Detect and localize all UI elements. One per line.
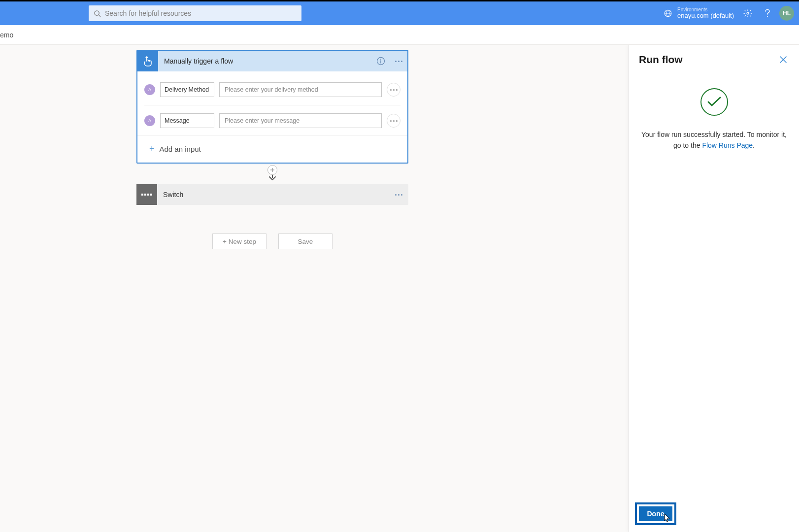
trigger-info-button[interactable] bbox=[372, 51, 390, 71]
app-header: Environments enayu.com (default) HL bbox=[0, 1, 799, 25]
ellipsis-icon bbox=[390, 89, 398, 91]
search-box[interactable] bbox=[89, 5, 301, 21]
ellipsis-icon bbox=[395, 61, 402, 62]
input-name-field[interactable] bbox=[160, 113, 214, 128]
add-action-button[interactable] bbox=[267, 165, 277, 175]
info-icon bbox=[376, 57, 385, 66]
trigger-icon bbox=[137, 51, 158, 71]
svg-point-9 bbox=[380, 59, 381, 60]
add-input-button[interactable]: + Add an input bbox=[137, 135, 407, 163]
environment-icon bbox=[664, 9, 672, 18]
input-row-more-button[interactable] bbox=[387, 83, 400, 97]
ellipsis-icon bbox=[395, 194, 402, 196]
trigger-card: Manually trigger a flow A bbox=[136, 50, 408, 164]
gear-icon bbox=[743, 9, 752, 18]
svg-point-6 bbox=[767, 16, 768, 17]
switch-title: Switch bbox=[157, 191, 389, 199]
help-button[interactable] bbox=[758, 1, 777, 25]
svg-point-0 bbox=[95, 10, 99, 15]
settings-button[interactable] bbox=[738, 1, 758, 25]
trigger-more-button[interactable] bbox=[390, 51, 407, 71]
input-value-field[interactable] bbox=[219, 82, 382, 97]
run-flow-panel: Run flow Your flow run successfully star… bbox=[629, 45, 799, 532]
trigger-header[interactable]: Manually trigger a flow bbox=[137, 51, 407, 71]
save-button[interactable]: Save bbox=[278, 233, 333, 249]
success-icon bbox=[700, 88, 728, 116]
done-button-focus-ring: Done bbox=[635, 502, 676, 525]
breadcrumb: emo bbox=[0, 25, 799, 45]
plus-icon: + bbox=[149, 144, 155, 154]
add-input-label: Add an input bbox=[160, 145, 201, 153]
ellipsis-icon bbox=[390, 120, 398, 122]
input-type-chip: A bbox=[144, 84, 155, 95]
panel-message: Your flow run successfully started. To m… bbox=[640, 130, 788, 151]
trigger-input-row: A bbox=[144, 108, 400, 133]
search-icon bbox=[94, 10, 101, 17]
done-button[interactable]: Done bbox=[639, 506, 672, 521]
new-step-button[interactable]: + New step bbox=[212, 233, 266, 249]
environment-value: enayu.com (default) bbox=[677, 12, 734, 20]
input-name-field[interactable] bbox=[160, 82, 214, 97]
input-row-more-button[interactable] bbox=[387, 114, 400, 128]
panel-title: Run flow bbox=[639, 54, 683, 66]
flow-runs-link[interactable]: Flow Runs Page bbox=[702, 141, 753, 149]
search-input[interactable] bbox=[105, 9, 297, 17]
environment-picker[interactable]: Environments enayu.com (default) bbox=[660, 7, 738, 20]
switch-more-button[interactable] bbox=[389, 184, 408, 205]
breadcrumb-text: emo bbox=[0, 31, 13, 39]
flow-connector bbox=[136, 164, 408, 184]
trigger-title: Manually trigger a flow bbox=[158, 57, 372, 65]
input-value-field[interactable] bbox=[219, 113, 382, 128]
checkmark-icon bbox=[707, 96, 722, 108]
flow-canvas: Manually trigger a flow A bbox=[0, 45, 799, 532]
question-icon bbox=[765, 9, 770, 18]
trigger-input-row: A bbox=[144, 77, 400, 102]
cursor-icon bbox=[664, 513, 671, 522]
svg-line-1 bbox=[99, 15, 100, 16]
switch-card[interactable]: Switch bbox=[136, 184, 408, 205]
input-type-chip: A bbox=[144, 115, 155, 126]
plus-icon bbox=[270, 167, 275, 172]
panel-close-button[interactable] bbox=[777, 54, 789, 66]
user-avatar[interactable]: HL bbox=[779, 6, 794, 21]
manual-trigger-icon bbox=[143, 56, 153, 66]
close-icon bbox=[780, 56, 787, 63]
switch-icon bbox=[136, 184, 157, 205]
svg-point-5 bbox=[747, 12, 749, 14]
